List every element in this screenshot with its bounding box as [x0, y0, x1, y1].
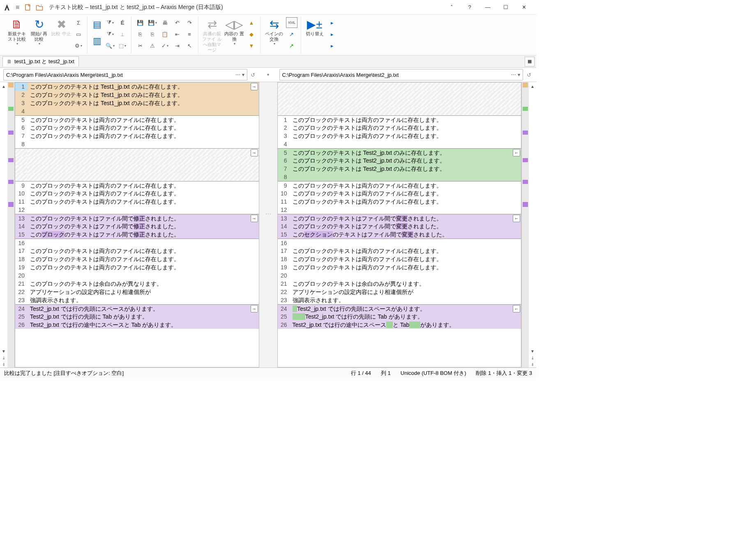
print-icon[interactable]: 🖶 [159, 17, 170, 28]
cut-icon[interactable]: ✂ [135, 40, 145, 51]
code-line[interactable]: 11このブロックのテキストは両方のファイルに存在します。 [15, 197, 259, 206]
code-line[interactable]: 18このブロックのテキストは両方のファイルに存在します。 [278, 255, 521, 263]
paste-icon[interactable]: 📋 [159, 29, 170, 39]
left-history-icon[interactable]: ↺ [249, 72, 257, 78]
replace-button[interactable]: ◁▷内容の 置換 [223, 16, 245, 53]
page-icon[interactable]: ▭ [73, 29, 84, 39]
code-line[interactable]: 14このブロックのテキストはファイル間で変更されました。 [278, 222, 521, 230]
nav-last-r-icon[interactable]: ⤓ [529, 354, 536, 361]
code-line[interactable]: 10このブロックのテキストは両方のファイルに存在します。 [278, 189, 521, 197]
maximize-button[interactable]: ☐ [497, 1, 515, 14]
merge-arrow-button[interactable]: → [251, 83, 258, 90]
code-line[interactable]: 6このブロックのテキストは Test2_jp.txt のみに存在します。 [278, 156, 521, 165]
copy2-icon[interactable]: ⎘ [147, 29, 158, 39]
overview-mark[interactable] [523, 83, 528, 87]
conflict-up-icon[interactable]: ▲ [246, 17, 257, 28]
code-line[interactable] [278, 107, 521, 115]
e-accent-icon[interactable]: É [117, 17, 128, 28]
conflict-mid-icon[interactable]: ◆ [246, 29, 257, 39]
warning-icon[interactable]: ⚠ [147, 40, 158, 51]
merge-arrow-button[interactable]: ← [513, 215, 520, 222]
gear-icon[interactable]: ⚙ [73, 40, 84, 51]
collapse-ribbon-button[interactable]: ˄ [443, 1, 461, 14]
list-icon[interactable]: ≡ [184, 29, 195, 39]
menu-button[interactable]: ≡ [16, 4, 19, 11]
right-path-more-icon[interactable]: ⋯ [511, 72, 516, 78]
code-line[interactable]: 6このブロックのテキストは両方のファイルに存在します。 [15, 124, 259, 132]
code-line[interactable]: 24Test2_jp.txt では行の先頭にスペースがあります。→ [15, 304, 259, 312]
code-line[interactable]: 20 [278, 271, 521, 280]
code-line[interactable]: 23強調表示されます。 [278, 296, 521, 304]
outdent-icon[interactable]: ⇥ [172, 40, 182, 51]
nav-down-r-icon[interactable]: ▼ [529, 348, 536, 354]
code-line[interactable]: 4 [15, 107, 259, 115]
code-line[interactable]: 15このブロックのテキストはファイル間で修正されました。 [15, 230, 259, 239]
right-editor[interactable]: 1このブロックのテキストは両方のファイルに存在します。2このブロックのテキストは… [277, 82, 522, 367]
code-line[interactable]: 23強調表示されます。 [15, 296, 259, 304]
code-line[interactable]: 3このブロックのテキストは Test1_jp.txt のみに存在します。 [15, 99, 259, 107]
xml-icon[interactable]: XML [286, 17, 297, 28]
copy-icon[interactable]: ⎘ [135, 29, 145, 39]
nav-end-icon[interactable]: ⤈ [0, 361, 7, 367]
document-tab[interactable]: 🗎 test1_jp.txt と test2_jp.txt [2, 56, 79, 67]
nav-down-icon[interactable]: ▼ [0, 348, 7, 354]
code-line[interactable]: 17このブロックのテキストは両方のファイルに存在します。 [15, 247, 259, 255]
undo-icon[interactable]: ↶ [172, 17, 182, 28]
code-line[interactable]: 25 Test2_jp.txt では行の先頭に Tab があります。 [278, 312, 521, 321]
recompare-button[interactable]: ↻開始/ 再比較 [28, 16, 50, 52]
left-path-input[interactable] [6, 72, 234, 78]
code-line[interactable]: 16 [15, 239, 259, 247]
redo-icon[interactable]: ↷ [184, 17, 195, 28]
marquee-icon[interactable]: ⬚ [117, 40, 128, 51]
nav-first-r-icon[interactable]: ▲ [529, 83, 536, 90]
code-line[interactable]: 17このブロックのテキストは両方のファイルに存在します。 [278, 247, 521, 255]
code-line[interactable]: 1このブロックのテキストは Test1_jp.txt のみに存在します。→ [15, 83, 259, 91]
marks-icon[interactable]: ✓ [159, 40, 170, 51]
code-line[interactable]: 16 [278, 239, 521, 247]
tag-c-icon[interactable]: ▸ [327, 40, 337, 51]
pane-layout-button[interactable]: ▦ [525, 57, 535, 67]
nav-end-r-icon[interactable]: ⤈ [529, 361, 536, 367]
toggle-button[interactable]: ▶±切り替え [304, 16, 326, 52]
code-line[interactable]: 26Test2_jp.txt では行の途中にスペース と Tab があります。 [278, 321, 521, 329]
right-path-input[interactable] [282, 72, 510, 78]
code-line[interactable]: 22アプリケーションの設定内容により相違個所が [278, 288, 521, 296]
code-line[interactable]: 13このブロックのテキストはファイル間で修正されました。→ [15, 214, 259, 222]
filter2-icon[interactable]: ⧩ [105, 29, 115, 39]
pane-layout-b-icon[interactable]: ▥ [91, 34, 103, 48]
right-path-dropdown-icon[interactable]: ▾ [518, 72, 520, 78]
code-line[interactable]: 13このブロックのテキストはファイル間で変更されました。← [278, 214, 521, 222]
overview-mark[interactable] [8, 180, 14, 184]
merge-arrow-button[interactable]: → [251, 305, 258, 312]
code-line[interactable]: 26Test2_jp.txt では行の途中にスペースと Tab があります。 [15, 321, 259, 329]
tag-a-icon[interactable]: ▸ [327, 17, 337, 28]
merge-arrow-button[interactable]: ← [513, 305, 520, 312]
code-line[interactable] [15, 173, 259, 181]
merge-arrow-button[interactable]: ← [513, 149, 520, 156]
help-button[interactable]: ? [461, 1, 479, 14]
code-line[interactable]: 7このブロックのテキストは両方のファイルに存在します。 [15, 132, 259, 140]
code-line[interactable]: 12 [15, 206, 259, 214]
splitter-handle-icon[interactable]: ⋯ [265, 211, 271, 217]
code-line[interactable]: 8 [278, 173, 521, 181]
overview-mark[interactable] [8, 107, 14, 111]
code-line[interactable]: 5このブロックのテキストは両方のファイルに存在します。 [15, 115, 259, 124]
code-line[interactable]: 20 [15, 271, 259, 280]
left-editor[interactable]: 1このブロックのテキストは Test1_jp.txt のみに存在します。→2この… [15, 82, 259, 367]
right-overview-map[interactable] [521, 82, 529, 367]
code-line[interactable]: 3このブロックのテキストは両方のファイルに存在します。 [278, 132, 521, 140]
overview-mark[interactable] [8, 131, 14, 135]
left-path-dropdown-icon[interactable]: ▾ [242, 72, 244, 78]
code-line[interactable]: 25Test2_jp.txt では行の先頭に Tab があります。 [15, 312, 259, 321]
code-line[interactable] [278, 83, 521, 91]
indent-icon[interactable]: ⇤ [172, 29, 182, 39]
arrow-ne-icon[interactable]: ↗ [286, 40, 297, 51]
arrow-se-icon[interactable]: ↗ [286, 29, 297, 39]
sigma-icon[interactable]: Σ [73, 17, 84, 28]
code-line[interactable]: → [15, 148, 259, 156]
code-line[interactable] [15, 165, 259, 173]
code-line[interactable]: 9このブロックのテキストは両方のファイルに存在します。 [278, 181, 521, 189]
new-compare-button[interactable]: 🗎新規テキ スト比較 [6, 16, 28, 52]
merge-arrow-button[interactable]: → [251, 149, 258, 156]
code-line[interactable]: 8 [15, 140, 259, 148]
